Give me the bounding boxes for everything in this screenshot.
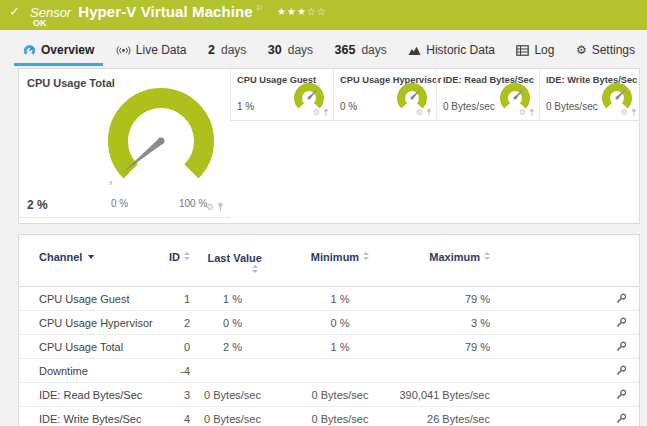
- pin-icon[interactable]: [631, 108, 637, 117]
- maximum-value: 390,041 Bytes/sec: [405, 389, 490, 401]
- pin-icon[interactable]: [217, 202, 224, 212]
- tile-actions: ⚙: [206, 202, 224, 212]
- sensor-header-bar: ✓ Sensor Hyper-V Virtual Machine ⚐ ★★★☆☆…: [0, 0, 647, 30]
- last-value: 2 %: [190, 341, 275, 353]
- live-signal-icon: [116, 45, 131, 56]
- table-row: IDE: Read Bytes/Sec 3 0 Bytes/sec 0 Byte…: [19, 383, 639, 407]
- gauge-value: 0 Bytes/sec: [546, 101, 598, 112]
- gear-icon: ⚙: [576, 44, 587, 56]
- maximum-value: 79 %: [405, 341, 490, 353]
- last-value: 0 Bytes/sec: [190, 413, 275, 425]
- tile-actions: ⚙: [519, 108, 535, 117]
- gauge-tile-ide-read: IDE: Read Bytes/Sec 0 Bytes/sec ⚙: [436, 69, 539, 121]
- channel-id: -4: [160, 365, 190, 377]
- column-header-maximum[interactable]: Maximum: [405, 251, 490, 263]
- pin-icon[interactable]: [426, 108, 432, 117]
- channel-id: 3: [160, 389, 190, 401]
- table-row: CPU Usage Guest 1 1 % 1 % 79 %: [19, 287, 639, 311]
- flag-icon[interactable]: ⚐: [256, 4, 263, 13]
- gauge-tile-cpu-usage-guest: CPU Usage Guest 1 % ⚙: [230, 69, 333, 121]
- tab-live-data[interactable]: Live Data: [107, 38, 196, 66]
- gauge-value: 0 Bytes/sec: [443, 101, 495, 112]
- tab-historic-data[interactable]: Historic Data: [399, 38, 504, 66]
- last-value: 1 %: [190, 293, 275, 305]
- sensor-title-line: Sensor Hyper-V Virtual Machine ⚐ ★★★☆☆: [30, 3, 327, 20]
- gauge-value: 2 %: [27, 198, 48, 212]
- tile-actions: ⚙: [621, 108, 637, 117]
- tab-30-days[interactable]: 30 days: [259, 38, 322, 66]
- tab-number: 2: [208, 43, 215, 57]
- tab-label: days: [221, 43, 246, 57]
- pin-icon[interactable]: [323, 108, 329, 117]
- gauges-panel: CPU Usage Total x 2 % 0 % 100 % ⚙ CPU Us…: [18, 68, 640, 224]
- gear-icon[interactable]: ⚙: [621, 109, 628, 117]
- channel-settings-wrench-icon[interactable]: [616, 389, 627, 400]
- tab-bar: Overview Live Data 2 days 30 days 365 da…: [14, 38, 644, 66]
- table-row: Downtime -4: [19, 359, 639, 383]
- channel-name: Downtime: [39, 365, 160, 377]
- column-header-id[interactable]: ID: [160, 251, 190, 263]
- minimum-value: 1 %: [275, 341, 405, 353]
- tab-label: Live Data: [136, 43, 187, 57]
- table-row: CPU Usage Hypervisor 2 0 % 0 % 3 %: [19, 311, 639, 335]
- tab-label: days: [361, 43, 386, 57]
- minimum-value: 0 Bytes/sec: [275, 413, 405, 425]
- channel-settings-wrench-icon[interactable]: [616, 293, 627, 304]
- tab-2-days[interactable]: 2 days: [199, 38, 255, 66]
- sort-icon: [484, 252, 490, 263]
- channel-id: 1: [160, 293, 190, 305]
- sort-icon: [363, 252, 369, 263]
- pin-icon[interactable]: [529, 108, 535, 117]
- tab-log[interactable]: Log: [507, 38, 563, 66]
- channel-settings-wrench-icon[interactable]: [616, 341, 627, 352]
- tab-label: days: [288, 43, 313, 57]
- channel-settings-wrench-icon[interactable]: [616, 317, 627, 328]
- channel-id: 2: [160, 317, 190, 329]
- column-header-channel[interactable]: Channel: [39, 251, 160, 263]
- gear-icon[interactable]: ⚙: [206, 203, 214, 212]
- priority-stars[interactable]: ★★★☆☆: [277, 6, 327, 17]
- gauge-value: 1 %: [237, 101, 254, 112]
- gauge-value: 0 %: [340, 101, 357, 112]
- gear-icon[interactable]: ⚙: [519, 109, 526, 117]
- sort-icon: [252, 265, 258, 273]
- tab-label: Historic Data: [426, 43, 495, 57]
- gauge-scale-max: 100 %: [179, 198, 207, 209]
- tab-overview[interactable]: Overview: [14, 38, 103, 66]
- log-list-icon: [516, 45, 529, 56]
- minimum-value: 0 %: [275, 317, 405, 329]
- channel-settings-wrench-icon[interactable]: [616, 413, 627, 424]
- gauge-tile-cpu-usage-total: CPU Usage Total x 2 % 0 % 100 % ⚙: [19, 69, 230, 218]
- channel-name: IDE: Read Bytes/Sec: [39, 389, 160, 401]
- gear-icon[interactable]: ⚙: [313, 109, 320, 117]
- channel-name: CPU Usage Total: [39, 341, 160, 353]
- tab-number: 30: [268, 43, 282, 57]
- tile-actions: ⚙: [416, 108, 432, 117]
- minimum-value: 0 Bytes/sec: [275, 389, 405, 401]
- column-header-last-value[interactable]: Last Value: [190, 251, 275, 273]
- table-header-row: Channel ID Last Value Minimum Maximum: [19, 235, 639, 287]
- maximum-value: 3 %: [405, 317, 490, 329]
- main-gauge: x: [101, 87, 221, 191]
- sort-caret-icon: [88, 255, 94, 259]
- channel-name: IDE: Write Bytes/Sec: [39, 413, 160, 425]
- last-value: 0 Bytes/sec: [190, 389, 275, 401]
- column-header-minimum[interactable]: Minimum: [275, 251, 405, 263]
- status-check-icon: ✓: [9, 4, 20, 19]
- maximum-value: 79 %: [405, 293, 490, 305]
- table-row: CPU Usage Total 0 2 % 1 % 79 %: [19, 335, 639, 359]
- status-badge: OK: [33, 18, 47, 28]
- gauge-tile-cpu-usage-hypervisor: CPU Usage Hypervisor 0 % ⚙: [333, 69, 436, 121]
- tab-365-days[interactable]: 365 days: [326, 38, 396, 66]
- channel-name: CPU Usage Hypervisor: [39, 317, 160, 329]
- channel-name: CPU Usage Guest: [39, 293, 160, 305]
- channel-id: 4: [160, 413, 190, 425]
- gear-icon[interactable]: ⚙: [416, 109, 423, 117]
- tab-settings[interactable]: ⚙ Settings: [567, 38, 644, 66]
- table-row: IDE: Write Bytes/Sec 4 0 Bytes/sec 0 Byt…: [19, 407, 639, 426]
- tab-label: Log: [534, 43, 554, 57]
- sensor-title: Hyper-V Virtual Machine: [78, 3, 253, 20]
- minimum-value: 1 %: [275, 293, 405, 305]
- tab-number: 365: [335, 43, 356, 57]
- channel-settings-wrench-icon[interactable]: [616, 365, 627, 376]
